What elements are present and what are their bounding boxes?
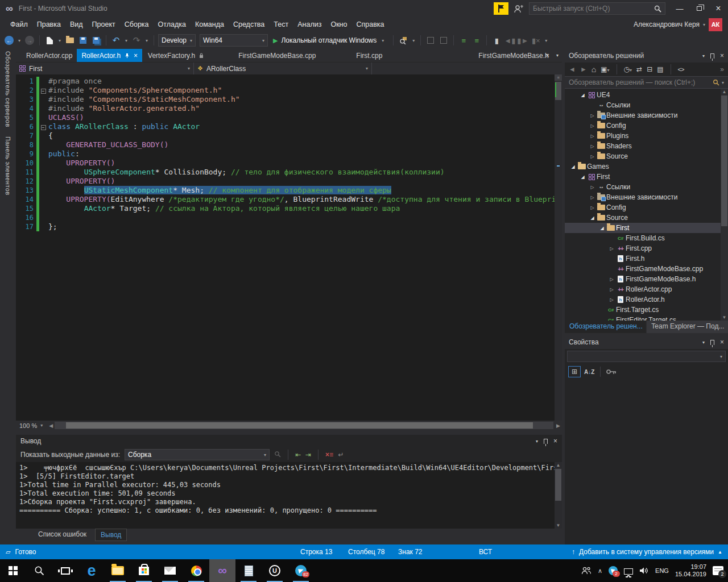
visualstudio-taskbar-button[interactable]: ∞	[209, 559, 235, 582]
notifications-flag-icon[interactable]	[494, 2, 508, 15]
output-menu-icon[interactable]: ▾	[536, 439, 538, 444]
explorer-taskbar-button[interactable]	[105, 559, 131, 582]
minimize-button[interactable]: —	[670, 1, 689, 16]
se-back-icon[interactable]: ◄	[569, 65, 576, 73]
menu-item[interactable]: Тест	[269, 18, 293, 31]
clear-all-icon[interactable]: ×≡	[325, 451, 333, 459]
redo-icon[interactable]: ↷	[131, 35, 142, 46]
panel-tab[interactable]: Вывод	[95, 529, 127, 541]
menu-item[interactable]: Анализ	[293, 18, 326, 31]
se-sync-icon[interactable]: ⇄	[636, 65, 642, 73]
language-indicator[interactable]: ENG	[655, 567, 669, 574]
unreal-taskbar-button[interactable]: U	[262, 559, 288, 582]
editor-vertical-scrollbar[interactable]: ≡	[555, 74, 562, 421]
code-editor[interactable]: 1#pragma once2−#include "Components/Sphe…	[16, 74, 562, 421]
menu-item[interactable]: Правка	[32, 18, 65, 31]
find-message-icon[interactable]	[274, 451, 281, 459]
editor-tab[interactable]: VertexFactory.h	[143, 49, 208, 62]
tree-item[interactable]: ▷Внешние зависимости	[565, 110, 728, 120]
toolbar-overflow-icon[interactable]: ▾	[543, 38, 549, 43]
output-vertical-scrollbar[interactable]: ▲▼	[555, 462, 562, 529]
undo-icon[interactable]: ↶	[110, 35, 122, 46]
start-taskbar-button[interactable]	[0, 559, 26, 582]
chrome-taskbar-button[interactable]	[183, 559, 209, 582]
volume-icon[interactable]	[639, 567, 649, 575]
undo-dropdown-icon[interactable]: ▾	[123, 38, 129, 43]
fold-margin[interactable]: −	[39, 86, 47, 95]
tree-scrollbar[interactable]: ▲ ▼	[721, 89, 728, 321]
property-pages-icon[interactable]	[606, 368, 617, 375]
save-all-icon[interactable]	[90, 35, 102, 46]
fold-collapse-icon[interactable]: −	[41, 125, 46, 130]
se-show-all-files-icon[interactable]: ▤	[657, 65, 663, 73]
avatar[interactable]: АК	[709, 18, 722, 31]
tree-expander-icon[interactable]: ▷	[589, 154, 596, 159]
menu-item[interactable]: Отладка	[154, 18, 191, 31]
scroll-left-icon[interactable]: ◀	[47, 423, 55, 429]
menu-item[interactable]: Средства	[229, 18, 269, 31]
zoom-dropdown-icon[interactable]: ▾	[40, 423, 47, 428]
splitter-grip[interactable]: ≡	[555, 74, 562, 81]
type-dropdown[interactable]: ❖ ARollerClass ▾	[194, 63, 372, 74]
notepad-taskbar-button[interactable]	[235, 559, 262, 582]
telegram-taskbar-button[interactable]: 82	[288, 559, 314, 582]
tree-expander-icon[interactable]: ◢	[589, 215, 596, 221]
output-text-area[interactable]: 1> ╤ючфрхЄё сшсышюЄхър C:\Users\kerya\Do…	[16, 462, 562, 529]
tree-item[interactable]: ▷++First.cpp	[565, 243, 728, 253]
tree-item[interactable]: ▷Config	[565, 202, 728, 213]
save-icon[interactable]	[77, 35, 89, 46]
tree-item[interactable]: ◢Source	[565, 213, 728, 223]
fold-collapse-icon[interactable]: −	[41, 89, 46, 94]
fold-margin[interactable]	[39, 113, 47, 122]
se-view-code-icon[interactable]: <>	[678, 66, 684, 73]
fold-margin[interactable]	[39, 204, 47, 213]
tree-item[interactable]: ◢Games	[565, 161, 728, 172]
tree-expander-icon[interactable]: ▷	[589, 205, 596, 210]
navigate-back-dropdown-icon[interactable]: ▾	[16, 38, 22, 43]
props-pin-icon[interactable]	[710, 340, 714, 345]
se-overflow-icon[interactable]: »	[720, 65, 724, 73]
se-close-icon[interactable]: ×	[720, 52, 724, 60]
tree-expander-icon[interactable]: ▷	[589, 144, 596, 149]
previous-bookmark-icon[interactable]: ◄▮	[504, 35, 515, 46]
zoom-level[interactable]: 100 %	[16, 422, 40, 429]
editor-tab[interactable]: RollerActor.cpp	[22, 49, 77, 62]
fold-margin[interactable]	[39, 104, 47, 113]
bookmark-icon[interactable]: ▮	[491, 35, 502, 46]
solution-explorer-tab[interactable]: Team Explorer — Под...	[646, 321, 728, 333]
tree-expander-icon[interactable]: ▷	[608, 277, 615, 282]
previous-message-icon[interactable]: ⇤	[295, 451, 301, 459]
network-icon[interactable]	[624, 568, 633, 575]
tree-item[interactable]: ▷Shaders	[565, 141, 728, 151]
tree-expander-icon[interactable]: ▷	[589, 185, 596, 190]
tree-item[interactable]: C#First.Build.cs	[565, 233, 728, 243]
fold-margin[interactable]	[39, 177, 47, 186]
menu-item[interactable]: Команда	[191, 18, 229, 31]
clock[interactable]: 19:07 15.04.2019	[675, 563, 706, 578]
new-file-icon[interactable]	[44, 35, 55, 46]
tree-item[interactable]: ▷Внешние зависимости	[565, 192, 728, 202]
word-wrap-icon[interactable]: ↵	[338, 451, 344, 459]
pin-icon[interactable]	[544, 439, 548, 444]
editor-tab[interactable]: FirstGameModeBase.cpp	[234, 49, 320, 62]
menu-item[interactable]: Проект	[88, 18, 120, 31]
tab-close-icon[interactable]: ×	[134, 52, 138, 60]
edge-taskbar-button[interactable]: e	[78, 559, 105, 582]
tab-pin-icon[interactable]	[125, 53, 130, 59]
editor-horizontal-scrollbar[interactable]	[55, 422, 553, 429]
se-pending-changes-icon[interactable]: ◷▾	[624, 65, 632, 73]
next-bookmark-icon[interactable]: ▮►	[517, 35, 528, 46]
fold-margin[interactable]	[39, 77, 47, 86]
se-forward-icon[interactable]: ►	[580, 65, 587, 73]
tree-item[interactable]: ▷Plugins	[565, 131, 728, 141]
tree-expander-icon[interactable]: ▷	[608, 287, 615, 292]
tree-expander-icon[interactable]: ▷	[608, 297, 615, 302]
se-menu-icon[interactable]: ▾	[702, 53, 705, 59]
menu-item[interactable]: Сборка	[120, 18, 154, 31]
properties-object-combo[interactable]: ▾	[567, 351, 726, 362]
tree-item[interactable]: ++FirstGameModeBase.cpp	[565, 264, 728, 274]
categorized-icon[interactable]: ⊞	[568, 366, 581, 377]
tree-item[interactable]: ◢First	[565, 172, 728, 182]
tray-overflow-chevron-icon[interactable]: ∧	[598, 567, 602, 575]
menu-item[interactable]: Окно	[326, 18, 351, 31]
